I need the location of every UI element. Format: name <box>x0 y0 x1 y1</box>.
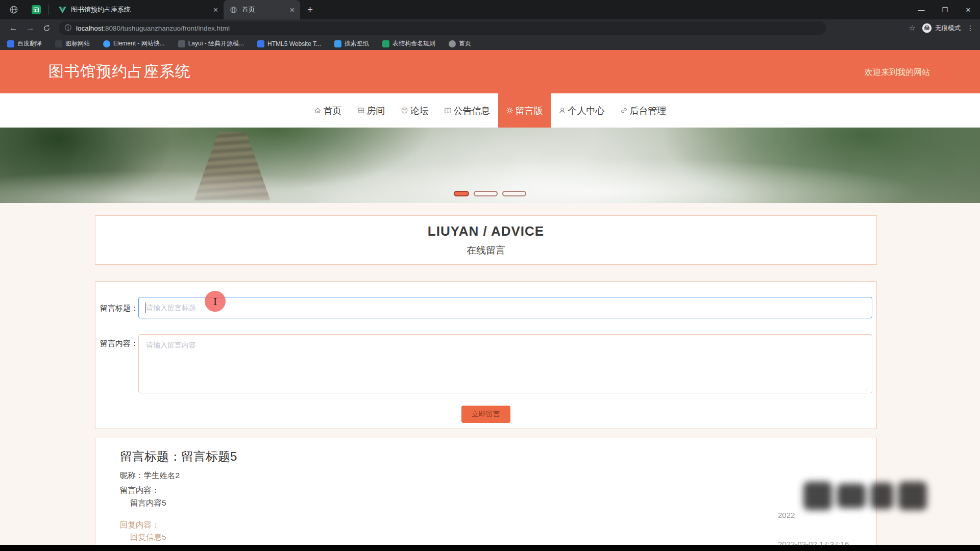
bookmark-label: 图标网站 <box>65 39 90 48</box>
tab-divider <box>48 5 48 15</box>
browser-toolbar: ← → ⓘ localhost:8080/tushuguanzhanzuo/fr… <box>0 19 980 37</box>
carousel-dots <box>454 191 526 196</box>
bookmark-icon <box>257 40 264 47</box>
reload-button[interactable] <box>43 24 51 32</box>
bookmark-item[interactable]: 搜索壁纸 <box>334 39 369 48</box>
watermark-blur <box>791 472 939 519</box>
nav-label: 首页 <box>324 105 342 117</box>
tab-title: 首页 <box>242 5 283 14</box>
globe-icon <box>230 6 237 14</box>
carousel-dot[interactable] <box>474 191 498 196</box>
back-button[interactable]: ← <box>9 23 18 33</box>
close-icon[interactable]: ✕ <box>213 6 218 14</box>
bookmark-label: HTML5 Website T... <box>267 40 321 47</box>
close-window-button[interactable]: ✕ <box>957 6 980 14</box>
message-form-card: 留言标题： I 留言内容： 立即留言 <box>95 281 877 429</box>
bookmark-icon <box>382 40 389 47</box>
home-icon <box>314 107 322 114</box>
bookmark-label: 表结构命名规则 <box>393 39 435 48</box>
nav-label: 留言版 <box>516 105 543 117</box>
incognito-badge: 无痕模式 <box>922 23 961 33</box>
globe-icon[interactable] <box>9 5 18 14</box>
nav-item-notices[interactable]: 公告信息 <box>436 93 498 128</box>
tab-title: 图书馆预约占座系统 <box>71 5 207 14</box>
bookmark-icon <box>7 40 14 47</box>
message-content: 留言内容5 <box>130 498 166 509</box>
bookmark-item[interactable]: 表结构命名规则 <box>382 39 435 48</box>
nav-label: 房间 <box>367 105 385 117</box>
message-title-input[interactable] <box>138 297 872 318</box>
recording-cursor-highlight: I <box>205 291 226 312</box>
bookmark-item[interactable]: Layui - 经典开源模... <box>178 39 244 48</box>
bookmark-label: 百度翻译 <box>17 39 42 48</box>
address-bar[interactable]: ⓘ localhost:8080/tushuguanzhanzuo/front/… <box>59 21 826 35</box>
nav-label: 个人中心 <box>568 105 605 117</box>
bookmark-item[interactable]: Element - 网站快... <box>103 39 165 48</box>
bookmark-star-icon[interactable]: ☆ <box>909 23 916 33</box>
welcome-text: 欢迎来到我的网站 <box>865 67 930 78</box>
screen: 图书馆预约占座系统 ✕ 首页 ✕ + — ❐ ✕ ← → ⓘ localhost… <box>0 0 980 551</box>
message-list-item: 留言标题：留言标题5 昵称：学生姓名2 留言内容： 留言内容5 回复内容： 回复… <box>95 438 877 551</box>
site-title: 图书馆预约占座系统 <box>48 61 191 82</box>
window-controls: — ❐ ✕ <box>910 0 980 19</box>
nav-item-admin[interactable]: 后台管理 <box>612 93 674 128</box>
bookmark-item[interactable]: 首页 <box>449 39 471 48</box>
title-field-label: 留言标题： <box>100 304 138 313</box>
textarea-resize-grip[interactable] <box>865 386 871 392</box>
board-title: LIUYAN / ADVICE <box>95 223 876 239</box>
bookmark-item[interactable]: 百度翻译 <box>7 39 42 48</box>
browser-tab-home[interactable]: 首页 ✕ <box>224 0 300 19</box>
bookmark-label: 搜索壁纸 <box>345 39 369 48</box>
bookmarks-bar: 百度翻译 图标网站 Element - 网站快... Layui - 经典开源模… <box>0 37 980 50</box>
bookmark-label: 首页 <box>459 39 471 48</box>
nav-item-rooms[interactable]: 房间 <box>350 93 393 128</box>
url-text: localhost:8080/tushuguanzhanzuo/front/in… <box>76 24 230 32</box>
new-tab-button[interactable]: + <box>307 4 313 15</box>
nav-item-forum[interactable]: 论坛 <box>393 93 436 128</box>
browser-tab-library-system[interactable]: 图书馆预约占座系统 ✕ <box>53 0 224 19</box>
message-nickname: 昵称：学生姓名2 <box>120 470 180 481</box>
link-icon <box>620 107 628 114</box>
maximize-button[interactable]: ❐ <box>933 6 957 14</box>
board-header-card: LIUYAN / ADVICE 在线留言 <box>95 215 877 265</box>
nav-item-profile[interactable]: 个人中心 <box>551 93 612 128</box>
incognito-icon <box>922 23 932 33</box>
message-content-textarea[interactable] <box>138 334 872 393</box>
carousel-dot[interactable] <box>502 191 526 196</box>
message-title: 留言标题：留言标题5 <box>120 448 237 465</box>
forum-icon <box>401 107 408 114</box>
url-host: localhost <box>76 24 103 32</box>
close-icon[interactable]: ✕ <box>289 6 295 14</box>
page-info-icon[interactable]: ⓘ <box>65 23 71 33</box>
bookmark-icon <box>103 40 110 47</box>
bookmark-icon <box>178 40 185 47</box>
notice-icon <box>444 107 452 114</box>
user-icon <box>558 107 566 114</box>
toolbar-right: ☆ 无痕模式 ⋮ <box>909 19 974 37</box>
bookmark-item[interactable]: HTML5 Website T... <box>257 40 321 47</box>
carousel-dot-active[interactable] <box>454 191 469 196</box>
board-subtitle: 在线留言 <box>95 244 876 257</box>
incognito-label: 无痕模式 <box>935 24 961 33</box>
bookmark-item[interactable]: 图标网站 <box>55 39 90 48</box>
nav-label: 后台管理 <box>630 105 667 117</box>
site-header: 图书馆预约占座系统 欢迎来到我的网站 <box>0 50 980 93</box>
submit-message-button[interactable]: 立即留言 <box>461 406 510 423</box>
content-field-label: 留言内容： <box>100 339 138 348</box>
banner-carousel <box>0 128 980 203</box>
forward-button[interactable]: → <box>26 23 35 33</box>
url-path: :8080/tushuguanzhanzuo/front/index.html <box>103 24 230 32</box>
nav-item-message-board[interactable]: 留言版 <box>498 93 551 128</box>
browser-menu-icon[interactable]: ⋮ <box>967 24 974 32</box>
text-caret <box>145 303 146 313</box>
green-app-icon[interactable] <box>32 5 41 14</box>
nav-item-home[interactable]: 首页 <box>306 93 350 128</box>
nav-label: 论坛 <box>410 105 429 117</box>
letterbox-bar <box>0 545 980 551</box>
bookmark-icon <box>55 40 62 47</box>
nav-label: 公告信息 <box>454 105 491 117</box>
minimize-button[interactable]: — <box>910 6 933 14</box>
bookmark-label: Element - 网站快... <box>113 39 165 48</box>
room-icon <box>357 107 365 114</box>
site-nav: 首页 房间 论坛 公告信息 留言版 个人中心 后台管理 <box>0 93 980 128</box>
